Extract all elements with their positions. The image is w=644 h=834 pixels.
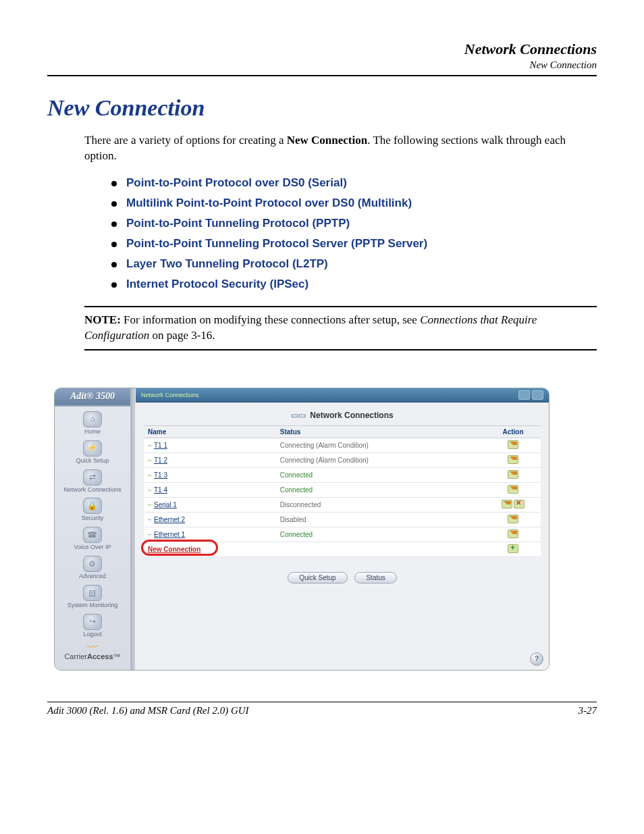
conn-name-cell: ⎓Serial 1	[144, 497, 276, 512]
quick-setup-button[interactable]: Quick Setup	[288, 572, 347, 583]
sidebar-icon: ⚡	[83, 440, 102, 457]
conn-actions	[485, 512, 541, 527]
col-name: Name	[144, 425, 276, 438]
conn-name-cell: ⎓T1 2	[144, 452, 276, 467]
connections-table: Name Status Action ⎓T1 1Connecting (Alar…	[144, 425, 541, 557]
conn-status: Connecting (Alarm Condition)	[276, 438, 485, 452]
edit-icon[interactable]	[502, 500, 512, 509]
button-row: Quick Setup Status	[136, 557, 549, 651]
connection-link[interactable]: Serial 1	[154, 501, 177, 509]
edit-icon[interactable]	[508, 485, 518, 494]
sidebar-item-label: System Monitoring	[63, 602, 122, 609]
add-icon[interactable]	[508, 544, 518, 553]
topbar-tool-icon[interactable]	[532, 390, 543, 400]
conn-actions	[485, 482, 541, 497]
header-rule	[47, 75, 597, 76]
sidebar-item[interactable]: ☎Voice Over IP	[63, 527, 122, 551]
conn-name-cell: ⎓T1 1	[144, 438, 276, 452]
conn-status: Disabled	[276, 512, 485, 527]
connection-link[interactable]: T1 1	[154, 442, 167, 449]
conn-actions	[485, 438, 541, 452]
conn-status: Disconnected	[276, 497, 485, 512]
connection-link[interactable]: T1 3	[154, 471, 167, 479]
status-button[interactable]: Status	[354, 572, 396, 583]
sidebar-item[interactable]: ⚙Advanced	[63, 556, 122, 580]
sidebar-item[interactable]: ⌂Home	[63, 411, 122, 436]
connection-link[interactable]: Ethernet 1	[154, 531, 185, 538]
sidebar-item[interactable]: ↪Logout	[63, 614, 122, 638]
plug-icon: ⎓	[148, 457, 151, 464]
edit-icon[interactable]	[508, 529, 518, 538]
main-pane: Network Connections ▭▭Network Connection…	[136, 388, 549, 670]
sidebar-item-label: Quick Setup	[63, 458, 122, 465]
connection-link[interactable]: T1 4	[154, 486, 167, 494]
product-logo: Adit® 3500	[55, 388, 130, 407]
screenshot: Adit® 3500 ⌂Home⚡Quick Setup⇄Network Con…	[54, 388, 549, 671]
intro-paragraph: There are a variety of options for creat…	[84, 133, 597, 164]
option-link[interactable]: Internet Protocol Security (IPSec)	[111, 278, 597, 291]
running-header: Network Connections New Connection	[47, 41, 597, 71]
sidebar-icon: ▤	[83, 585, 102, 601]
option-link[interactable]: Multilink Point-to-Point Protocol over D…	[111, 197, 597, 210]
conn-actions	[485, 467, 541, 482]
plug-icon: ⎓	[148, 472, 151, 479]
conn-name-cell: ⎓Ethernet 2	[144, 512, 276, 527]
sidebar-icon: ⇄	[83, 469, 102, 486]
option-link[interactable]: Point-to-Point Protocol over DS0 (Serial…	[111, 176, 597, 190]
connection-link[interactable]: Ethernet 2	[154, 516, 185, 523]
topbar: Network Connections	[136, 388, 549, 402]
sidebar-icon: 🔒	[83, 498, 102, 514]
sidebar-item-label: Advanced	[63, 573, 122, 580]
sidebar-item-label: Voice Over IP	[63, 544, 122, 551]
sidebar-item-label: Network Connections	[63, 487, 122, 494]
col-status: Status	[276, 425, 485, 438]
option-link[interactable]: Point-to-Point Tunneling Protocol Server…	[111, 237, 597, 251]
sidebar-icon: ↪	[83, 614, 102, 630]
edit-icon[interactable]	[508, 470, 518, 479]
help-icon[interactable]: ?	[530, 652, 543, 666]
note-label: NOTE:	[84, 313, 121, 326]
sidebar-item-label: Security	[63, 515, 122, 522]
table-row: ⎓T1 1Connecting (Alarm Condition)	[144, 438, 541, 452]
sidebar-item[interactable]: ⇄Network Connections	[63, 469, 122, 494]
delete-icon[interactable]	[514, 500, 525, 509]
option-link[interactable]: Point-to-Point Tunneling Protocol (PPTP)	[111, 217, 597, 230]
sidebar-item[interactable]: 🔒Security	[63, 498, 122, 522]
sidebar-icon: ⚙	[83, 556, 102, 572]
conn-status: Connecting (Alarm Condition)	[276, 452, 485, 467]
sidebar-item[interactable]: ⚡Quick Setup	[63, 440, 122, 465]
edit-icon[interactable]	[508, 515, 518, 523]
col-action: Action	[485, 425, 541, 438]
sidebar-item[interactable]: ▤System Monitoring	[63, 585, 122, 609]
footer-rule	[47, 702, 597, 702]
running-header-subtitle: New Connection	[47, 59, 597, 71]
conn-name-cell: ⎓T1 3	[144, 467, 276, 482]
brand-logo: 〰 CarrierAccess™	[64, 638, 120, 666]
connection-link[interactable]: T1 2	[154, 457, 167, 464]
sidebar-icon: ⌂	[83, 411, 102, 427]
note-block: NOTE: For information on modifying these…	[84, 306, 597, 350]
plug-icon: ⎓	[148, 502, 151, 509]
topbar-tool-icon[interactable]	[518, 390, 530, 400]
footer-right: 3-27	[579, 705, 597, 716]
new-connection-link[interactable]: New Connection	[148, 546, 200, 553]
page-title: New Connection	[47, 95, 597, 121]
swoosh-icon: 〰	[64, 644, 120, 652]
running-header-title: Network Connections	[47, 41, 597, 58]
conn-status: Connected	[276, 482, 485, 497]
edit-icon[interactable]	[508, 440, 518, 449]
footer-left: Adit 3000 (Rel. 1.6) and MSR Card (Rel 2…	[47, 705, 249, 716]
table-row: ⎓Ethernet 1Connected	[144, 527, 541, 542]
sidebar: Adit® 3500 ⌂Home⚡Quick Setup⇄Network Con…	[55, 388, 132, 670]
plug-icon: ⎓	[148, 442, 151, 449]
conn-name-cell: ⎓T1 4	[144, 482, 276, 497]
conn-name-cell: ⎓Ethernet 1	[144, 527, 276, 542]
option-link[interactable]: Layer Two Tunneling Protocol (L2TP)	[111, 257, 597, 271]
edit-icon[interactable]	[508, 455, 518, 464]
table-row: ⎓T1 2Connecting (Alarm Condition)	[144, 452, 541, 467]
conn-status: Connected	[276, 527, 485, 542]
sidebar-item-label: Home	[63, 429, 122, 436]
sidebar-item-label: Logout	[63, 631, 122, 638]
plug-icon: ⎓	[148, 517, 151, 523]
sidebar-icon: ☎	[83, 527, 102, 543]
